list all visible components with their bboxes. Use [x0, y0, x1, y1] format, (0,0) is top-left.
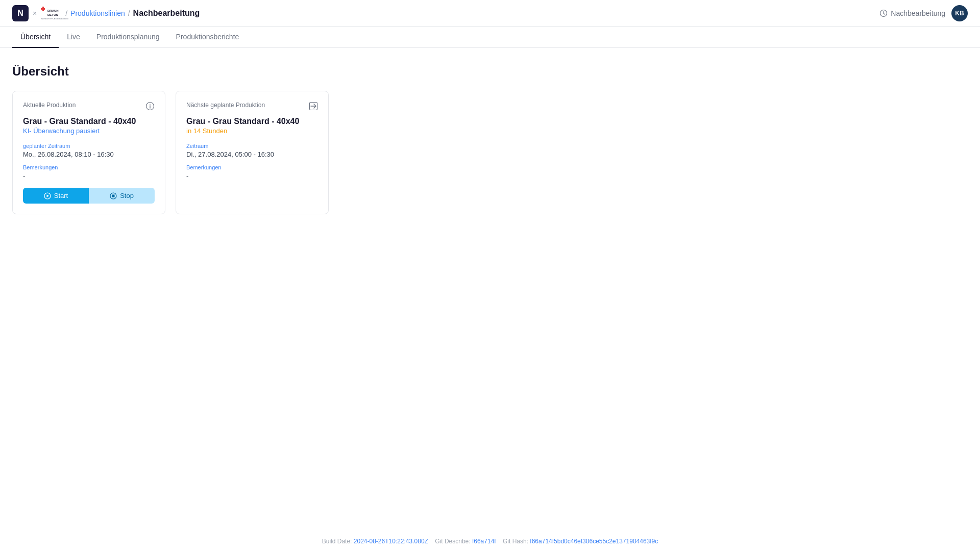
aktuelle-time-label: geplanter Zeitraum — [23, 143, 155, 149]
aktuelle-time-value: Mo., 26.08.2024, 08:10 - 16:30 — [23, 151, 155, 158]
logo-area: N × BRAUN BETON KLINKER·PFLASTER·BETON — [12, 5, 61, 21]
naechste-card-title: Grau - Grau Standard - 40x40 — [186, 117, 318, 126]
info-icon — [145, 102, 155, 111]
svg-point-7 — [150, 104, 151, 105]
naechste-time-label: Zeitraum — [186, 143, 318, 149]
aktuelle-produktion-card: Aktuelle Produktion Grau - Grau Standard… — [12, 91, 165, 214]
card-header-naechste: Nächste geplante Produktion — [186, 102, 318, 111]
tab-ubersicht[interactable]: Übersicht — [12, 27, 59, 48]
tab-produktionsberichte[interactable]: Produktionsberichte — [168, 27, 248, 48]
tab-live[interactable]: Live — [59, 27, 88, 48]
aktuelle-card-label: Aktuelle Produktion — [23, 102, 76, 109]
braunbeton-logo: BRAUN BETON KLINKER·PFLASTER·BETON — [41, 6, 61, 20]
tab-produktionsplanung[interactable]: Produktionsplanung — [88, 27, 168, 48]
cards-row: Aktuelle Produktion Grau - Grau Standard… — [12, 91, 968, 214]
breadcrumb: / Produktionslinien / Nachbearbeitung — [65, 9, 200, 18]
naechste-produktion-card: Nächste geplante Produktion Grau - Grau … — [176, 91, 329, 214]
start-icon — [44, 192, 51, 199]
svg-rect-1 — [42, 7, 44, 11]
navigate-icon — [309, 102, 318, 111]
logo-x-separator: × — [33, 9, 37, 17]
svg-marker-9 — [46, 194, 49, 197]
svg-rect-11 — [112, 194, 115, 197]
svg-text:BETON: BETON — [47, 13, 58, 16]
breadcrumb-sep2: / — [128, 9, 130, 17]
naechste-card-subtitle: in 14 Stunden — [186, 127, 318, 135]
svg-text:KLINKER·PFLASTER·BETON: KLINKER·PFLASTER·BETON — [41, 17, 68, 20]
breadcrumb-current: Nachbearbeitung — [133, 9, 200, 18]
start-button[interactable]: Start — [23, 188, 89, 204]
stop-icon — [110, 192, 117, 199]
naechste-card-label: Nächste geplante Produktion — [186, 102, 265, 109]
page-title: Übersicht — [12, 64, 968, 79]
main-content: Übersicht Aktuelle Produktion Grau - Gra… — [0, 48, 980, 231]
stop-button[interactable]: Stop — [89, 188, 155, 204]
avatar[interactable]: KB — [951, 5, 968, 21]
logo-n-icon: N — [12, 5, 29, 21]
clock-icon — [879, 9, 888, 17]
header-context-label: Nachbearbeitung — [891, 9, 945, 17]
aktuelle-card-subtitle: KI- Überwachung pausiert — [23, 127, 155, 135]
breadcrumb-link-produktionslinien[interactable]: Produktionslinien — [70, 9, 125, 17]
naechste-time-value: Di., 27.08.2024, 05:00 - 16:30 — [186, 151, 318, 158]
header-context: Nachbearbeitung — [879, 9, 945, 17]
naechste-remarks-label: Bemerkungen — [186, 164, 318, 170]
nav-tabs: Übersicht Live Produktionsplanung Produk… — [0, 27, 980, 48]
header: N × BRAUN BETON KLINKER·PFLASTER·BETON /… — [0, 0, 980, 27]
aktuelle-btn-row: Start Stop — [23, 188, 155, 204]
header-right: Nachbearbeitung KB — [879, 5, 968, 21]
naechste-remarks-value: - — [186, 172, 318, 180]
aktuelle-card-title: Grau - Grau Standard - 40x40 — [23, 117, 155, 126]
svg-text:BRAUN: BRAUN — [47, 9, 59, 12]
aktuelle-remarks-label: Bemerkungen — [23, 164, 155, 170]
aktuelle-remarks-value: - — [23, 172, 155, 180]
card-header-aktuelle: Aktuelle Produktion — [23, 102, 155, 111]
